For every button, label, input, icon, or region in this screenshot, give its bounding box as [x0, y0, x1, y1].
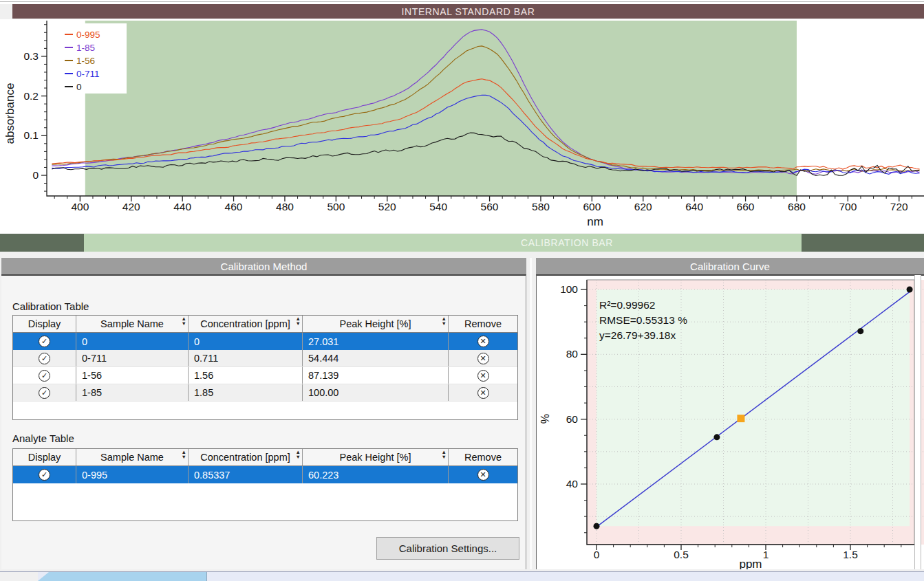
sample-name-cell: 1-56 [76, 367, 189, 384]
sort-icon[interactable]: ▲▼ [182, 317, 186, 326]
calibration-method-header: Calibration Method [1, 258, 526, 274]
column-header-peak-height[interactable]: Peak Height [%]▲▼ [303, 316, 449, 332]
remove-icon[interactable]: ✕ [477, 353, 489, 364]
scrollbar-left-cap [0, 572, 38, 581]
remove-icon[interactable]: ✕ [477, 370, 489, 382]
calibration-curve-header: Calibration Curve [536, 258, 924, 274]
internal-standard-bar[interactable]: INTERNAL STANDARD BAR [12, 4, 924, 19]
display-cell: ✓ [13, 333, 76, 350]
sort-icon[interactable]: ▲▼ [442, 450, 447, 459]
svg-text:40: 40 [566, 478, 579, 490]
analyte-table: Display Sample Name▲▼ Concentration [ppm… [12, 448, 518, 521]
table-empty-area [13, 402, 517, 419]
svg-text:680: 680 [788, 201, 806, 212]
internal-standard-bar-label: INTERNAL STANDARD BAR [402, 6, 535, 17]
svg-text:620: 620 [634, 201, 652, 212]
column-header-display[interactable]: Display [13, 316, 76, 332]
column-header-concentration[interactable]: Concentration [ppm]▲▼ [189, 449, 303, 465]
svg-text:0: 0 [32, 169, 39, 181]
svg-text:1.5: 1.5 [843, 549, 858, 560]
svg-text:1: 1 [763, 549, 769, 560]
sort-icon[interactable]: ▲▼ [296, 450, 301, 459]
remove-icon[interactable]: ✕ [477, 336, 489, 347]
sort-icon[interactable]: ▲▼ [296, 317, 301, 326]
display-check-icon[interactable]: ✓ [39, 469, 50, 481]
svg-text:480: 480 [276, 201, 294, 212]
scrollbar-thumb[interactable] [38, 572, 207, 581]
svg-text:640: 640 [685, 201, 703, 212]
calibration-bar-range[interactable] [84, 234, 802, 252]
horizontal-scrollbar[interactable] [0, 571, 924, 581]
svg-text:660: 660 [737, 201, 755, 212]
svg-text:0: 0 [594, 549, 600, 560]
svg-text:80: 80 [566, 348, 579, 360]
concentration-cell: 1.85 [189, 384, 303, 401]
sort-icon[interactable]: ▲▼ [442, 317, 447, 326]
table-empty-area [13, 483, 517, 520]
column-header-remove[interactable]: Remove [449, 449, 517, 465]
calibration-table-header: Display Sample Name▲▼ Concentration [ppm… [13, 316, 517, 333]
svg-text:RMSE=0.55313 %: RMSE=0.55313 % [599, 314, 687, 326]
table-row[interactable]: ✓ 0-995 0.85337 60.223 ✕ [13, 466, 517, 483]
table-row[interactable]: ✓ 0 0 27.031 ✕ [13, 333, 517, 350]
calibration-table: Display Sample Name▲▼ Concentration [ppm… [12, 315, 518, 420]
svg-text:1-56: 1-56 [76, 56, 95, 66]
svg-text:absorbance: absorbance [3, 83, 17, 144]
column-header-peak-height[interactable]: Peak Height [%]▲▼ [303, 449, 449, 465]
panel-divider [530, 258, 532, 569]
calibration-bar-label: CALIBRATION BAR [521, 234, 613, 252]
calibration-curve-title: Calibration Curve [690, 261, 770, 272]
spectrum-panel: 4004204404604805005205405605806006206406… [0, 19, 924, 233]
concentration-cell: 0.711 [189, 350, 303, 366]
calibration-method-panel: Calibration Method Calibration Table Dis… [1, 258, 526, 569]
svg-text:0.3: 0.3 [23, 50, 39, 62]
calibration-method-title: Calibration Method [221, 261, 308, 272]
svg-text:0.2: 0.2 [23, 90, 39, 102]
peak-height-cell: 27.031 [303, 333, 449, 350]
remove-icon[interactable]: ✕ [477, 387, 489, 399]
svg-text:500: 500 [327, 201, 345, 212]
svg-text:600: 600 [583, 201, 601, 212]
column-header-sample-name[interactable]: Sample Name▲▼ [76, 449, 189, 465]
remove-icon[interactable]: ✕ [477, 469, 489, 481]
column-header-display[interactable]: Display [13, 449, 76, 465]
vertical-scrollbar[interactable] [914, 275, 921, 569]
svg-text:y=26.79+39.18x: y=26.79+39.18x [599, 329, 676, 341]
display-cell: ✓ [13, 350, 76, 366]
svg-text:700: 700 [839, 201, 857, 212]
calibration-settings-button[interactable]: Calibration Settings... [376, 537, 519, 560]
display-check-icon[interactable]: ✓ [39, 387, 50, 399]
display-check-icon[interactable]: ✓ [39, 370, 50, 382]
column-header-sample-name[interactable]: Sample Name▲▼ [76, 316, 189, 332]
svg-text:ppm: ppm [739, 558, 762, 569]
calibration-bar[interactable]: CALIBRATION BAR [0, 234, 924, 252]
svg-text:520: 520 [378, 201, 396, 212]
peak-height-cell: 60.223 [303, 466, 449, 483]
svg-text:100: 100 [560, 283, 578, 295]
column-header-concentration[interactable]: Concentration [ppm]▲▼ [189, 316, 303, 332]
column-header-remove[interactable]: Remove [449, 316, 517, 332]
sample-name-cell: 0 [76, 333, 189, 350]
display-check-icon[interactable]: ✓ [39, 353, 50, 364]
table-row[interactable]: ✓ 1-85 1.85 100.00 ✕ [13, 384, 517, 402]
concentration-cell: 1.56 [189, 367, 303, 384]
table-row[interactable]: ✓ 1-56 1.56 87.139 ✕ [13, 367, 517, 384]
sample-name-cell: 0-995 [76, 466, 189, 483]
svg-text:440: 440 [173, 201, 191, 212]
svg-text:R²=0.99962: R²=0.99962 [599, 299, 655, 311]
display-cell: ✓ [13, 367, 76, 384]
table-row[interactable]: ✓ 0-711 0.711 54.444 ✕ [13, 350, 517, 367]
calibration-curve-plot[interactable]: 40608010000.511.5ppm%R²=0.99962RMSE=0.55… [537, 276, 924, 569]
svg-text:60: 60 [566, 413, 579, 425]
remove-cell: ✕ [449, 350, 517, 366]
sort-icon[interactable]: ▲▼ [182, 450, 186, 459]
spectrum-plot[interactable]: 4004204404604805005205405605806006206406… [0, 19, 924, 233]
svg-text:0-711: 0-711 [76, 69, 100, 79]
peak-height-cell: 100.00 [303, 384, 449, 401]
display-check-icon[interactable]: ✓ [39, 336, 50, 347]
calibration-method-body: Calibration Table Display Sample Name▲▼ … [1, 274, 526, 569]
peak-height-cell: 54.444 [303, 350, 449, 366]
svg-text:400: 400 [71, 201, 89, 212]
svg-text:1-85: 1-85 [76, 43, 95, 53]
svg-text:460: 460 [225, 201, 243, 212]
